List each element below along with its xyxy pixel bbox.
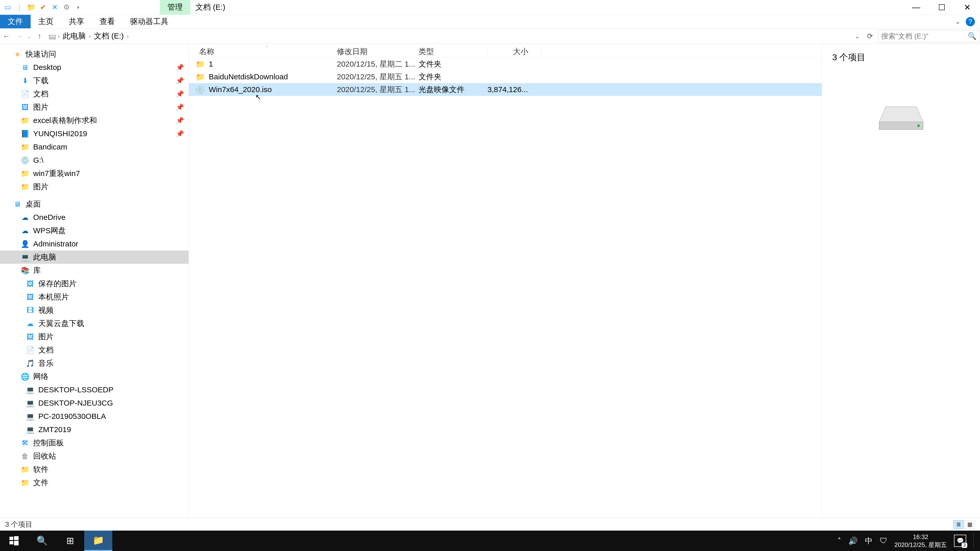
chevron-right-icon[interactable]: › xyxy=(89,33,91,40)
tree-control-panel[interactable]: 🛠控制面板 xyxy=(0,436,189,449)
search-icon[interactable]: 🔍 xyxy=(968,32,977,40)
breadcrumb-this-pc[interactable]: 此电脑 xyxy=(61,31,87,41)
taskbar[interactable]: 🔍 ⊞ 📁 ˄ 🔊 中 🛡 16:32 2020/12/25, 星期五 💬3 xyxy=(0,530,980,551)
tree-netpc4[interactable]: 💻ZMT2019 xyxy=(0,423,189,436)
tree-pictures[interactable]: 🖼图片📌 xyxy=(0,100,189,114)
help-icon[interactable]: ? xyxy=(966,17,975,26)
up-button[interactable]: ↑ xyxy=(33,32,46,41)
qat-dropdown-icon[interactable]: ▾ xyxy=(73,2,83,13)
back-button[interactable]: ← xyxy=(0,32,13,41)
forward-button[interactable]: → xyxy=(13,32,25,41)
address-bar[interactable]: 🖴 › 此电脑 › 文档 (E:) › ⌄ ⟳ xyxy=(46,31,878,41)
tree-pictures2[interactable]: 📁图片 xyxy=(0,180,189,193)
download-icon: ⬇ xyxy=(21,76,30,85)
breadcrumb-drive[interactable]: 文档 (E:) xyxy=(92,31,125,41)
tree-netpc2[interactable]: 💻DESKTOP-NJEU3CG xyxy=(0,396,189,410)
tree-onedrive[interactable]: ☁OneDrive xyxy=(0,211,189,224)
navigation-tree[interactable]: ★快速访问 🖥Desktop📌 ⬇下载📌 📄文档📌 🖼图片📌 📁excel表格制… xyxy=(0,44,189,518)
tree-video[interactable]: 🎞视频 xyxy=(0,303,189,317)
tray-overflow-icon[interactable]: ˄ xyxy=(837,537,841,545)
tree-picture-lib[interactable]: 🖼图片 xyxy=(0,330,189,343)
view-toggle-group: ≣ ▦ xyxy=(953,520,975,529)
cell-date: 2020/12/15, 星期二 1... xyxy=(337,59,418,69)
cell-type: 文件夹 xyxy=(418,72,487,82)
tree-saved-pictures[interactable]: 🖼保存的图片 xyxy=(0,277,189,290)
column-type[interactable]: 类型 xyxy=(418,46,487,57)
search-input[interactable]: 搜索"文档 (E:)" 🔍 xyxy=(878,30,980,42)
table-row[interactable]: 📁 BaiduNetdiskDownload 2020/12/25, 星期五 1… xyxy=(189,70,822,83)
maximize-button[interactable]: ☐ xyxy=(929,0,955,15)
tab-drive-tools[interactable]: 驱动器工具 xyxy=(123,15,176,28)
chevron-right-icon[interactable]: › xyxy=(127,33,129,40)
ribbon-collapse-icon[interactable]: ⌄ xyxy=(955,17,961,25)
svg-rect-4 xyxy=(14,536,19,540)
history-dropdown-icon[interactable]: ⌄ xyxy=(25,32,33,40)
tree-netpc1[interactable]: 💻DESKTOP-LSSOEDP xyxy=(0,383,189,396)
tree-netpc3[interactable]: 💻PC-20190530OBLA xyxy=(0,410,189,423)
tree-music[interactable]: 🎵音乐 xyxy=(0,357,189,370)
refresh-icon[interactable]: ⟳ xyxy=(863,32,877,40)
tree-desktop[interactable]: 🖥Desktop📌 xyxy=(0,61,189,74)
tree-win7-folder[interactable]: 📁win7重装win7 xyxy=(0,167,189,180)
start-button[interactable] xyxy=(0,530,28,551)
tab-home[interactable]: 主页 xyxy=(30,15,61,28)
close-x-icon[interactable]: ✕ xyxy=(49,2,60,13)
gear-icon[interactable]: ⚙ xyxy=(61,2,72,13)
security-icon[interactable]: 🛡 xyxy=(880,537,887,545)
table-row[interactable]: 💿 Win7x64_2020.iso 2020/12/25, 星期五 1... … xyxy=(189,83,822,96)
desktop-icon: 🖥 xyxy=(21,63,30,72)
tab-file[interactable]: 文件 xyxy=(0,15,30,28)
tab-view[interactable]: 查看 xyxy=(92,15,123,28)
tree-software[interactable]: 📁软件 xyxy=(0,463,189,476)
tree-wps[interactable]: ☁WPS网盘 xyxy=(0,224,189,237)
minimize-button[interactable]: — xyxy=(904,0,929,15)
tree-excel-folder[interactable]: 📁excel表格制作求和📌 xyxy=(0,114,189,127)
column-size[interactable]: 大小 xyxy=(487,46,528,57)
tree-quick-access[interactable]: ★快速访问 xyxy=(0,48,189,61)
tree-recycle-bin[interactable]: 🗑回收站 xyxy=(0,449,189,463)
tree-yunqishi[interactable]: 📘YUNQISHI2019📌 xyxy=(0,127,189,140)
check-icon[interactable]: ✔ xyxy=(38,2,48,13)
ime-indicator[interactable]: 中 xyxy=(865,536,873,546)
desktop-icon: 🖥 xyxy=(13,200,22,208)
column-name[interactable]: 名称 xyxy=(189,46,337,57)
tree-documents[interactable]: 📄文档📌 xyxy=(0,87,189,100)
tab-share[interactable]: 共享 xyxy=(61,15,92,28)
pin-icon: 📌 xyxy=(176,77,184,85)
action-center-icon[interactable]: 💬3 xyxy=(954,535,966,547)
search-button[interactable]: 🔍 xyxy=(28,530,56,551)
address-dropdown-icon[interactable]: ⌄ xyxy=(851,33,863,40)
svg-rect-5 xyxy=(10,541,13,545)
tree-this-pc[interactable]: 💻此电脑 xyxy=(0,251,189,264)
tree-local-pictures[interactable]: 🖼本机照片 xyxy=(0,290,189,303)
details-view-button[interactable]: ≣ xyxy=(953,520,964,529)
taskbar-clock[interactable]: 16:32 2020/12/25, 星期五 xyxy=(894,533,947,549)
file-list[interactable]: ˄ 名称 修改日期 类型 大小 📁 1 2020/12/15, 星期二 1...… xyxy=(189,44,822,518)
icons-view-button[interactable]: ▦ xyxy=(965,520,975,529)
tree-files[interactable]: 📁文件 xyxy=(0,476,189,489)
table-row[interactable]: 📁 1 2020/12/15, 星期二 1... 文件夹 xyxy=(189,58,822,70)
tree-bandicam[interactable]: 📁Bandicam xyxy=(0,140,189,154)
tree-downloads[interactable]: ⬇下载📌 xyxy=(0,74,189,87)
tree-library[interactable]: 📚库 xyxy=(0,264,189,277)
volume-icon[interactable]: 🔊 xyxy=(848,537,858,545)
tree-tianyi[interactable]: ☁天翼云盘下载 xyxy=(0,317,189,330)
status-item-count: 3 个项目 xyxy=(5,519,32,529)
folder-check-icon[interactable]: 📁 xyxy=(26,2,36,13)
task-view-button[interactable]: ⊞ xyxy=(56,530,84,551)
tree-desktop-cn[interactable]: 🖥桌面 xyxy=(0,197,189,211)
pc-icon: 💻 xyxy=(21,253,30,262)
contextual-tab-manage[interactable]: 管理 xyxy=(160,0,190,14)
window-controls: — ☐ ✕ xyxy=(904,0,980,15)
close-button[interactable]: ✕ xyxy=(955,0,980,15)
tree-g-drive[interactable]: 💿G:\ xyxy=(0,154,189,167)
tree-doc-lib[interactable]: 📄文档 xyxy=(0,343,189,357)
show-desktop-button[interactable] xyxy=(974,533,977,548)
quick-access-toolbar: ▭ | 📁 ✔ ✕ ⚙ ▾ xyxy=(0,2,83,13)
pin-icon: 📌 xyxy=(176,64,184,71)
explorer-taskbar-button[interactable]: 📁 xyxy=(84,530,112,551)
tree-network[interactable]: 🌐网络 xyxy=(0,370,189,383)
tree-administrator[interactable]: 👤Administrator xyxy=(0,237,189,251)
column-date[interactable]: 修改日期 xyxy=(337,46,418,57)
chevron-right-icon[interactable]: › xyxy=(58,33,60,40)
